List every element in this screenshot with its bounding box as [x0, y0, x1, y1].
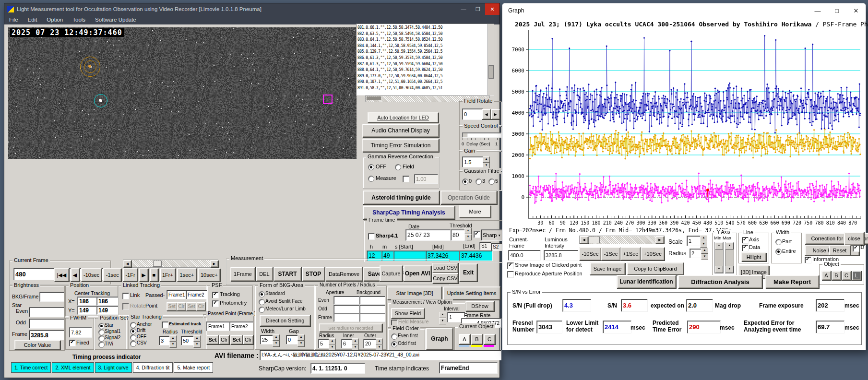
data-list-row[interactable]: 881.0,66.1,"",12,50,58.3474,58.4484,12,5…	[357, 25, 494, 31]
psf-tracking-checkbox[interactable]	[212, 292, 219, 298]
transport-button[interactable]: -1sec	[103, 268, 121, 282]
gw-radius-spinner[interactable]: ▲▼	[701, 248, 708, 260]
gain-spinner[interactable]: ▲▼	[483, 156, 490, 169]
analyzing-error-field[interactable]: 69.7	[816, 321, 844, 333]
csv-radio[interactable]	[130, 341, 136, 347]
data-list-row[interactable]: 882.0,63.5,"",12,50,58.5494,58.6504,12,5…	[357, 31, 494, 37]
st-threshold-spinner[interactable]: ▲▼	[193, 335, 201, 348]
x-tracking-field[interactable]: 186	[96, 297, 119, 306]
copy-csv-button[interactable]: Copy CSV	[432, 273, 458, 284]
data-list-row[interactable]: 891.0,58.7,"",12,51,00.3674,00.4685,12,5…	[357, 85, 494, 92]
diffraction-analysis-button[interactable]: Diffraction Analysis	[678, 275, 762, 288]
auto-location-led-button[interactable]: Auto Location for LED	[368, 112, 439, 123]
minimize-button[interactable]: —	[456, 3, 471, 15]
date-field[interactable]: 25 07 23	[405, 229, 451, 241]
inner-spinner[interactable]: ▲▼	[352, 338, 359, 351]
rotate-checkbox[interactable]	[122, 303, 129, 310]
end-field[interactable]: 37.4436	[459, 250, 493, 261]
timing-tab[interactable]: 1. Time correct	[11, 362, 51, 373]
minus-1sec-button[interactable]: -1Sec	[601, 247, 620, 261]
transport-button[interactable]: ■	[150, 268, 158, 282]
threshold-spinner[interactable]: ▲▼	[464, 228, 472, 240]
transport-button[interactable]: -10sec	[81, 268, 102, 282]
start-button[interactable]: START	[273, 267, 301, 281]
gw-close-button[interactable]: close	[844, 232, 864, 245]
graph-minimize-button[interactable]: —	[808, 3, 827, 18]
gw-object-c-button[interactable]: C	[842, 271, 851, 280]
interval-spinner[interactable]: ▲▼	[439, 312, 446, 324]
data-list-row[interactable]: 887.0,61.3,"",12,50,59.5594,59.6604,12,5…	[357, 61, 494, 68]
data-remove-button[interactable]: DataRemove	[325, 267, 363, 281]
load-csv-button[interactable]: Load CSV	[432, 262, 458, 273]
copy-clipboard-button[interactable]: Copy to ClipBoard	[627, 262, 684, 275]
reset-button[interactable]: Reset	[829, 245, 851, 256]
transport-button[interactable]: 1Fr+	[160, 268, 176, 282]
passed-set1-button[interactable]: Set	[206, 335, 219, 344]
passed-clr1-button[interactable]: Clr	[219, 335, 229, 344]
gw-object-b-button[interactable]: B	[832, 271, 841, 280]
linked-clr1-button[interactable]: Clr	[177, 302, 186, 311]
line-axis-checkbox[interactable]	[742, 237, 749, 244]
data-list-row[interactable]: 883.0,64.1,"",12,50,58.7514,58.8524,12,5…	[357, 37, 494, 43]
y-max-spinner[interactable]: ▲▼	[725, 242, 734, 273]
sharp-checkbox[interactable]	[474, 231, 480, 238]
psf-photometry-checkbox[interactable]	[212, 300, 219, 307]
field-rotate-right-arrow[interactable]: ▶	[491, 109, 500, 119]
lunar-identification-button[interactable]: Lunar Identification	[617, 275, 676, 288]
line-data-checkbox[interactable]	[742, 245, 749, 251]
star-odd-field[interactable]	[29, 319, 64, 329]
posset-tivi-radio[interactable]	[98, 342, 105, 348]
reproduce-aperture-checkbox[interactable]	[507, 271, 514, 278]
transport-button[interactable]: ◀	[71, 268, 80, 282]
graph-button[interactable]: Graph	[426, 328, 453, 350]
hscrollbar-thumb[interactable]	[367, 96, 381, 100]
gaussian-3-radio[interactable]	[476, 178, 482, 185]
transport-button[interactable]: -1Fr	[123, 268, 138, 282]
star-even-field[interactable]	[29, 307, 64, 317]
radius-spinner[interactable]: ▲▼	[329, 338, 336, 351]
linked-frame2-field[interactable]: Frame2	[186, 290, 208, 299]
off-radio[interactable]	[130, 334, 136, 341]
anchor-radio[interactable]	[130, 322, 136, 328]
fwhm-field[interactable]: 7.82	[69, 327, 92, 338]
bkg-avoid-radio[interactable]	[259, 299, 265, 305]
gw-scrollbar[interactable]: ◀ ▶	[579, 236, 665, 244]
passed-frame2-field[interactable]: Frame2	[229, 321, 253, 331]
sn-full-field[interactable]: 4.3	[562, 299, 591, 312]
frame-position-scrollbar[interactable]: ◀ ▶	[123, 260, 218, 268]
gw-scrollbar-thumb[interactable]	[588, 237, 600, 243]
data-list-vscrollbar[interactable]	[488, 24, 494, 95]
even-first-radio[interactable]	[391, 333, 397, 340]
avi-filename-field[interactable]: I:¥A-えんぺい観測¥観測記録2025¥07-12月¥2025-07-23¥2…	[260, 350, 501, 360]
one-frame-button[interactable]: 1Frame	[230, 267, 255, 281]
outer-spinner[interactable]: ▲▼	[376, 338, 383, 351]
gw-current-frame-field[interactable]: 480.0	[508, 250, 541, 261]
gaussian-5-radio[interactable]	[488, 178, 495, 185]
gamma-field-radio[interactable]	[395, 164, 401, 170]
fwhm-fixed-checkbox[interactable]	[69, 340, 76, 346]
gamma-checkbox[interactable]	[403, 176, 409, 182]
speed-slider-thumb[interactable]	[463, 133, 467, 137]
pixels-frame-background[interactable]	[359, 313, 385, 322]
bkg-standard-radio[interactable]	[259, 291, 265, 297]
menu-item[interactable]: Edit	[23, 17, 42, 23]
fresnel-field[interactable]: 3043	[536, 321, 562, 333]
pixels-even-background[interactable]	[359, 296, 385, 305]
close-button[interactable]: ✕	[485, 3, 499, 15]
stop-button[interactable]: STOP	[302, 267, 325, 281]
plus-1sec-button[interactable]: +1Sec	[620, 247, 641, 261]
operation-guide-button[interactable]: Operation Guide	[440, 190, 497, 204]
estimated-track-checkbox[interactable]	[162, 321, 168, 328]
exit-button[interactable]: Exit	[459, 263, 477, 282]
linked-set1-button[interactable]: Set	[166, 302, 177, 311]
gw-object-l-button[interactable]: L	[852, 271, 861, 280]
del-button[interactable]: DEL	[256, 267, 273, 281]
save-image-button[interactable]: Save Image	[590, 262, 625, 275]
id-checkbox[interactable]	[853, 245, 859, 252]
posset-star-radio[interactable]	[98, 323, 105, 329]
graph-close-button[interactable]: ✕	[846, 3, 866, 18]
menu-item[interactable]: File	[4, 17, 23, 23]
gw-object-a-button[interactable]: A	[821, 271, 831, 280]
object-b-button[interactable]: B	[471, 334, 483, 344]
timing-tab[interactable]: 3. Light curve	[95, 362, 132, 373]
